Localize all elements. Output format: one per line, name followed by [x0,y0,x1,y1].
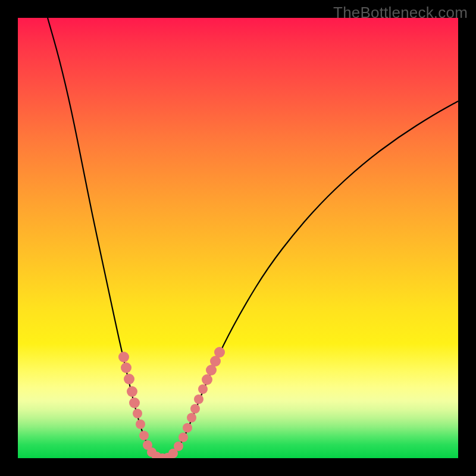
curve-left [48,18,164,458]
data-marker [139,431,149,440]
curve-right [164,101,458,458]
data-marker [127,386,137,397]
data-marker [136,419,145,429]
data-marker [174,441,183,451]
data-marker [133,409,142,418]
curve-layer [18,18,458,458]
data-marker [124,374,134,384]
data-marker [178,433,188,442]
data-marker [194,394,203,404]
data-marker [187,413,196,422]
marker-cluster [118,347,225,458]
data-marker [121,362,131,373]
data-marker [202,374,212,385]
data-marker [129,397,140,408]
data-marker [214,347,225,358]
plot-area [18,18,458,458]
data-marker [118,352,129,362]
data-marker [183,423,192,433]
data-marker [190,404,200,414]
data-marker [198,384,208,394]
chart-frame: TheBottleneck.com [0,0,476,476]
